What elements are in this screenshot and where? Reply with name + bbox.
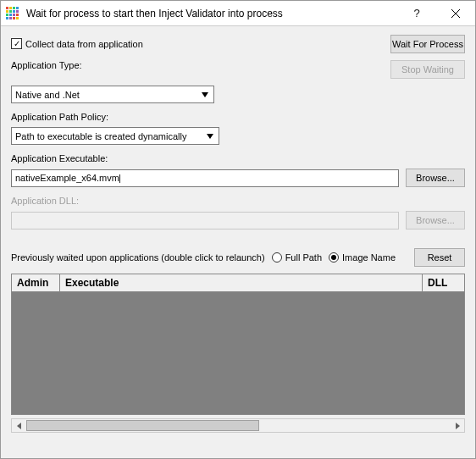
scroll-thumb[interactable] xyxy=(26,420,259,431)
grid-col-admin[interactable]: Admin xyxy=(11,274,59,291)
svg-marker-3 xyxy=(207,134,213,139)
previous-apps-label: Previously waited upon applications (dou… xyxy=(11,252,265,263)
browse-dll-button: Browse... xyxy=(406,211,465,230)
path-policy-label: Application Path Policy: xyxy=(11,112,465,122)
application-type-select[interactable]: Native and .Net xyxy=(11,86,214,103)
application-dll-label: Application DLL: xyxy=(11,196,465,206)
radio-image-name[interactable]: Image Name xyxy=(329,252,396,263)
window-title: Wait for process to start then Inject Va… xyxy=(26,8,397,19)
grid-col-executable[interactable]: Executable xyxy=(59,274,422,291)
collect-data-checkbox[interactable]: ✓ Collect data from application xyxy=(11,38,143,49)
scroll-left-button[interactable] xyxy=(12,419,26,432)
chevron-down-icon xyxy=(198,86,212,102)
collect-data-label: Collect data from application xyxy=(25,39,143,49)
radio-image-name-label: Image Name xyxy=(342,252,396,263)
application-type-value: Native and .Net xyxy=(15,90,80,100)
help-button[interactable]: ? xyxy=(397,1,436,26)
radio-icon xyxy=(329,252,339,263)
grid-body[interactable] xyxy=(11,292,465,415)
radio-full-path-label: Full Path xyxy=(285,252,322,263)
reset-button[interactable]: Reset xyxy=(414,248,465,267)
radio-icon xyxy=(272,252,282,263)
app-icon xyxy=(6,7,19,20)
path-policy-value: Path to executable is created dynamicall… xyxy=(15,131,186,141)
radio-full-path[interactable]: Full Path xyxy=(272,252,322,263)
application-executable-label: Application Executable: xyxy=(11,153,465,163)
svg-marker-4 xyxy=(17,423,21,429)
close-button[interactable] xyxy=(436,1,475,26)
svg-marker-5 xyxy=(456,423,460,429)
previous-apps-grid: Admin Executable DLL xyxy=(11,274,465,415)
scroll-track[interactable] xyxy=(26,419,450,432)
grid-col-dll[interactable]: DLL xyxy=(422,274,465,291)
wait-for-process-button[interactable]: Wait For Process xyxy=(390,35,465,53)
horizontal-scrollbar[interactable] xyxy=(11,418,465,433)
path-policy-select[interactable]: Path to executable is created dynamicall… xyxy=(11,127,219,145)
chevron-down-icon xyxy=(203,128,217,144)
svg-marker-2 xyxy=(202,92,208,97)
scroll-right-button[interactable] xyxy=(450,419,464,432)
stop-waiting-button: Stop Waiting xyxy=(390,60,465,79)
application-executable-input[interactable]: nativeExample_x64.mvm xyxy=(11,169,399,187)
grid-header: Admin Executable DLL xyxy=(11,274,465,292)
titlebar: Wait for process to start then Inject Va… xyxy=(1,1,475,26)
browse-executable-button[interactable]: Browse... xyxy=(406,169,465,187)
check-icon: ✓ xyxy=(11,38,22,49)
application-dll-input xyxy=(11,212,399,230)
